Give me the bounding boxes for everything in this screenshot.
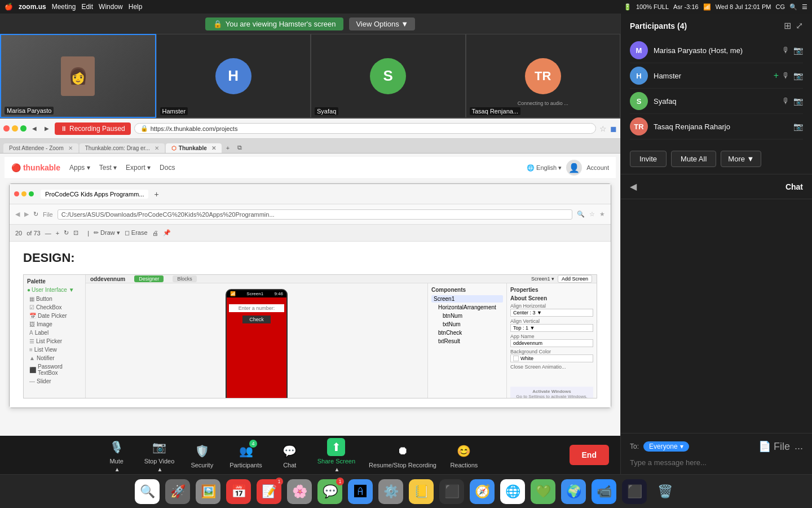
comp-screen1[interactable]: Screen1 [431, 295, 503, 303]
palette-button[interactable]: ▦Button [27, 295, 82, 303]
control-center-icon[interactable]: ☰ [802, 3, 807, 11]
dock-finder[interactable]: 🔍 [135, 479, 160, 504]
align-h-value[interactable]: Center : 3 ▼ [510, 309, 593, 317]
dock-safari[interactable]: 🧭 [470, 479, 495, 504]
dock-photos[interactable]: 🌸 [287, 479, 312, 504]
designer-tab-btn[interactable]: Designer [134, 275, 164, 282]
chat-input[interactable] [630, 458, 725, 467]
mute-all-button[interactable]: Mute All [671, 151, 716, 167]
comp-txtresult[interactable]: txtResult [431, 338, 503, 345]
english-menu[interactable]: 🌐 English ▾ [527, 164, 562, 172]
browser-tab-3[interactable]: ⬡ Thunkable ✕ [166, 143, 222, 153]
draw-btn[interactable]: ✏ Draw ▾ [94, 229, 120, 237]
url-display[interactable]: https://x.thunkable.com/projects [151, 125, 238, 132]
mute-button[interactable]: 🎙️ Mute ▲ [103, 438, 131, 472]
search-icon[interactable]: 🔍 [789, 3, 797, 11]
share-chevron[interactable]: ▲ [334, 466, 339, 472]
test-menu[interactable]: Test ▾ [99, 164, 117, 172]
pin-btn[interactable]: 📌 [163, 229, 171, 237]
fit-page-btn[interactable]: ⊡ [73, 229, 78, 237]
app-name-value[interactable]: oddevennum [510, 339, 593, 347]
end-button[interactable]: End [570, 445, 609, 465]
menu-window[interactable]: Window [99, 3, 123, 11]
chat-file-button[interactable]: 📄 File [758, 440, 790, 453]
dock-zoom[interactable]: 📹 [592, 479, 616, 504]
dock-messages[interactable]: 💬 1 [317, 479, 342, 504]
bookmark-star[interactable]: ☆ [589, 211, 595, 218]
pdf-tab[interactable]: ProCodeCG Kids Apps Programm... [41, 190, 148, 199]
menu-edit[interactable]: Edit [81, 3, 93, 11]
dock-launchpad[interactable]: 🚀 [165, 479, 190, 504]
palette-notifier[interactable]: ▲Notifier [27, 354, 82, 362]
rotate-btn[interactable]: ↻ [64, 229, 69, 237]
dock-preview[interactable]: 🖼️ [196, 479, 220, 504]
participants-button[interactable]: 👥 4 Participants [230, 442, 262, 468]
comp-horizontal[interactable]: HorizontalArrangement [431, 304, 503, 311]
dock-calendar[interactable]: 📅 [226, 479, 251, 504]
export-menu[interactable]: Export ▾ [126, 164, 151, 172]
palette-password[interactable]: ⬛Password TextBox [27, 363, 82, 376]
account-avatar[interactable]: 👤 [566, 160, 582, 176]
video-chevron[interactable]: ▲ [157, 466, 163, 472]
app-name[interactable]: zoom.us [19, 3, 46, 11]
blocks-tab-btn[interactable]: Blocks [173, 275, 197, 282]
apple-icon[interactable]: 🍎 [5, 3, 13, 11]
grid-view-icon[interactable]: ⊞ [784, 20, 791, 31]
add-tab-button[interactable]: + [154, 190, 158, 199]
ui-section[interactable]: ● User Interface ▼ [27, 287, 82, 293]
security-button[interactable]: 🛡️ Security [188, 442, 216, 468]
phone-input[interactable] [229, 304, 284, 312]
refresh-btn[interactable]: ↻ [33, 211, 38, 218]
reactions-button[interactable]: 😊 Reactions [450, 442, 478, 468]
palette-label[interactable]: ALabel [27, 329, 82, 336]
chat-toolbar-button[interactable]: 💬 Chat [276, 442, 304, 468]
dock-trash[interactable]: 🗑️ [652, 479, 677, 504]
add-screen-btn[interactable]: Add Screen [558, 275, 592, 283]
tab-overflow-button[interactable]: ⧉ [234, 142, 245, 153]
invite-button[interactable]: Invite [630, 151, 667, 167]
back-btn[interactable]: ◀ [15, 211, 20, 218]
participant-tile-marisa[interactable]: 👩 Marisa Paryasto [0, 34, 156, 118]
palette-listpicker[interactable]: ☰List Picker [27, 338, 82, 345]
comp-btnnum[interactable]: btnNum [431, 312, 503, 319]
dock-app2[interactable]: ⬛ [622, 479, 647, 504]
zoom-in-btn[interactable]: + [56, 230, 59, 237]
new-tab-button[interactable]: + [223, 143, 233, 153]
collapse-chat-icon[interactable]: ◀ [630, 181, 637, 192]
dock-wechat[interactable]: 💚 [531, 479, 555, 504]
palette-checkbox[interactable]: ☑CheckBox [27, 304, 82, 311]
menu-meeting[interactable]: Meeting [52, 3, 76, 11]
docs-menu[interactable]: Docs [160, 164, 175, 172]
zoom-in-icon[interactable]: 🔍 [577, 211, 585, 218]
dock-chrome[interactable]: 🌐 [500, 479, 525, 504]
print-btn[interactable]: 🖨 [152, 230, 158, 237]
palette-image[interactable]: 🖼Image [27, 321, 82, 328]
participant-tile-hamster[interactable]: H Hamster [156, 34, 311, 118]
chat-more-button[interactable]: ... [795, 440, 803, 453]
zoom-out-btn[interactable]: — [45, 230, 51, 237]
dock-reminders[interactable]: 📝 1 [257, 479, 281, 504]
dock-browser2[interactable]: 🌍 [561, 479, 586, 504]
comp-btncheck[interactable]: btnCheck [431, 329, 503, 336]
palette-slider[interactable]: —Slider [27, 378, 82, 385]
menu-help[interactable]: Help [129, 3, 143, 11]
palette-listview[interactable]: ≡List View [27, 346, 82, 353]
erase-btn[interactable]: ◻ Erase [125, 229, 148, 237]
participant-tile-tasaq[interactable]: TR Tasaq Renjana... Connecting to audio … [466, 34, 621, 118]
screen1-selector[interactable]: Screen1 ▾ [531, 276, 554, 282]
dock-systemprefs[interactable]: ⚙️ [378, 479, 403, 504]
more-button[interactable]: More ▼ [721, 151, 761, 167]
bg-color-value[interactable]: White [510, 354, 593, 362]
mute-chevron[interactable]: ▲ [114, 466, 120, 472]
align-v-value[interactable]: Top : 1 ▼ [510, 324, 593, 332]
palette-datepicker[interactable]: 📅Date Picker [27, 312, 82, 319]
browser-tab-2[interactable]: Thunkable.com: Drag er... ✕ [80, 143, 165, 153]
dock-terminal[interactable]: ⬛ [439, 479, 464, 504]
share-screen-button[interactable]: ⬆ Share Screen ▲ [317, 438, 355, 472]
inner-url-bar[interactable]: C:/Users/ASUS/Downloads/ProCodeCG%20Kids… [58, 209, 572, 220]
stop-video-button[interactable]: 📷 Stop Video ▲ [144, 438, 175, 472]
apps-menu[interactable]: Apps ▾ [69, 164, 90, 172]
dock-notes[interactable]: 📒 [409, 479, 434, 504]
recording-button[interactable]: ⏺ Resume/Stop Recording [369, 442, 436, 468]
view-options-button[interactable]: View Options ▼ [349, 17, 415, 30]
